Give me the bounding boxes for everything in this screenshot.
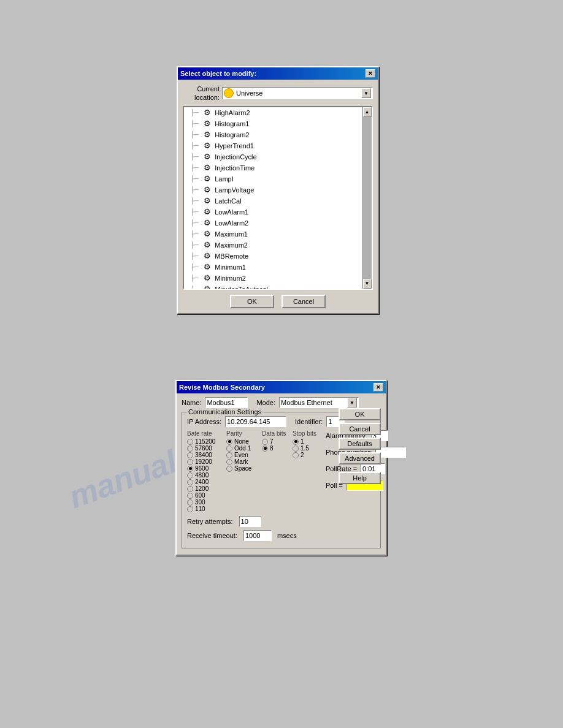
radio-circle-icon [187,493,193,499]
tree-line-icon: ├─ [190,286,199,289]
dialog2-defaults-button[interactable]: Defaults [339,438,381,450]
list-item[interactable]: ├─ ⚙ Histogram2 [184,129,362,140]
receive-input[interactable] [243,530,272,541]
stopbits-option[interactable]: 2 [293,452,320,458]
stopbits-option[interactable]: 1.5 [293,445,320,452]
location-dropdown[interactable]: Universe ▼ [222,87,373,99]
list-item[interactable]: ├─ ⚙ Maximum1 [184,229,362,240]
list-item[interactable]: ├─ ⚙ LowAlarm2 [184,218,362,229]
list-item[interactable]: ├─ ⚙ InjectionTime [184,162,362,173]
tree-line-icon: ├─ [190,175,199,182]
list-item[interactable]: ├─ ⚙ MBRemote [184,251,362,262]
name-input[interactable] [205,397,248,408]
retry-input[interactable] [239,516,261,527]
baud-rate-option[interactable]: 9600 [187,465,223,472]
parity-option[interactable]: Space [226,465,258,472]
baud-rate-label: 57600 [195,445,212,452]
dialog2-cancel-button[interactable]: Cancel [339,423,381,435]
ip-input[interactable] [225,416,286,427]
parity-label: Even [234,452,248,458]
identifier-label: Identifier: [295,418,323,425]
parity-option[interactable]: Mark [226,458,258,465]
object-icon: ⚙ [202,185,212,195]
list-item[interactable]: ├─ ⚙ InjectionCycle [184,151,362,162]
dialog2-ok-button[interactable]: OK [339,408,381,420]
list-item[interactable]: ├─ ⚙ Maximum2 [184,240,362,251]
list-item[interactable]: ├─ ⚙ LampVoltage [184,184,362,195]
stopbits-option[interactable]: 1 [293,438,320,445]
list-item[interactable]: ├─ ⚙ LatchCal [184,195,362,207]
tree-line-icon: ├─ [190,153,199,160]
databits-option[interactable]: 7 [262,438,289,445]
radio-circle-icon [187,439,193,445]
radio-circle-icon [293,439,299,445]
object-icon: ⚙ [202,273,212,283]
mode-dropdown-arrow-icon[interactable]: ▼ [347,398,357,408]
radio-circle-icon [293,446,299,452]
list-item[interactable]: ├─ ⚙ LampI [184,173,362,184]
revise-modbus-dialog: Revise Modbus Secondary ✕ Name: Mode: Mo… [175,380,387,556]
object-icon: ⚙ [202,207,212,217]
databits-option[interactable]: 8 [262,445,289,452]
scroll-down-button[interactable]: ▼ [363,279,372,289]
baud-rate-option[interactable]: 4800 [187,472,223,479]
radio-circle-icon [226,452,232,458]
list-item[interactable]: ├─ ⚙ MinutesToAutocal [184,284,362,289]
ok-button[interactable]: OK [230,295,274,308]
radio-circle-icon [187,472,193,479]
mode-label: Mode: [256,399,275,406]
baud-rate-option[interactable]: 600 [187,492,223,499]
scroll-up-button[interactable]: ▲ [363,107,372,117]
tree-line-icon: ├─ [190,142,199,149]
baud-rate-label: 19200 [195,458,212,465]
dialog2-advanced-button[interactable]: Advanced [339,452,381,464]
list-item-label: Histogram1 [215,120,249,127]
cancel-button[interactable]: Cancel [282,295,326,308]
list-item-label: HyperTrend1 [215,142,254,150]
baud-rate-option[interactable]: 300 [187,499,223,506]
parity-option[interactable]: None [226,438,258,445]
list-item[interactable]: ├─ ⚙ HighAlarm2 [184,107,362,118]
baud-rate-option[interactable]: 38400 [187,452,223,458]
object-icon: ⚙ [202,229,212,239]
object-icon: ⚙ [202,152,212,162]
baud-rate-label: 2400 [195,479,209,485]
radio-circle-icon [226,446,232,452]
baud-rate-label: 115200 [195,438,215,445]
parity-header: Parity [226,430,258,437]
baud-rate-option[interactable]: 57600 [187,445,223,452]
baud-rate-option[interactable]: 19200 [187,458,223,465]
universe-icon [224,88,234,98]
dropdown-arrow-icon[interactable]: ▼ [361,88,371,98]
name-label: Name: [182,399,201,406]
parity-option[interactable]: Even [226,452,258,458]
list-item[interactable]: ├─ ⚙ Minimum2 [184,273,362,284]
baud-rate-option[interactable]: 1200 [187,485,223,492]
dialog2-help-button[interactable]: Help [339,472,381,484]
listbox-scrollbar[interactable]: ▲ ▼ [362,107,372,289]
list-item[interactable]: ├─ ⚙ LowAlarm1 [184,207,362,218]
dialog2-buttons: OK Cancel Defaults Advanced Help [339,408,381,484]
list-item[interactable]: ├─ ⚙ Histogram1 [184,118,362,129]
list-item[interactable]: ├─ ⚙ Minimum1 [184,262,362,273]
baud-rate-option[interactable]: 115200 [187,438,223,445]
dialog2-close-button[interactable]: ✕ [373,383,383,392]
dialog1-titlebar: Select object to modify: ✕ [178,67,378,80]
parity-option[interactable]: Odd 1 [226,445,258,452]
object-icon: ⚙ [202,174,212,184]
object-listbox[interactable]: ├─ ⚙ HighAlarm2 ├─ ⚙ Histogram1 ├─ ⚙ His… [183,106,373,290]
radio-circle-icon [293,452,299,458]
radio-circle-icon [187,459,193,465]
list-item-label: Maximum1 [215,230,248,238]
list-item[interactable]: ├─ ⚙ HyperTrend1 [184,140,362,151]
baud-rate-option[interactable]: 2400 [187,479,223,485]
baud-rate-label: 1200 [195,485,209,492]
baud-rate-option[interactable]: 110 [187,506,223,512]
dialog1-close-button[interactable]: ✕ [366,69,375,78]
object-icon: ⚙ [202,240,212,250]
mode-dropdown[interactable]: Modbus Ethernet ▼ [279,397,359,408]
object-icon: ⚙ [202,130,212,140]
databits-label: 7 [270,438,274,445]
object-icon: ⚙ [202,196,212,206]
stopbits-header: Stop bits [293,430,320,437]
